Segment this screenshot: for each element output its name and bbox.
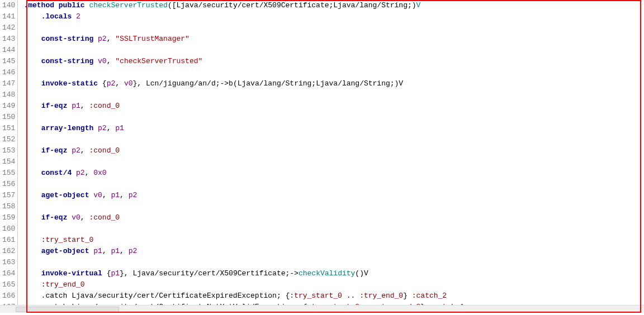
token [23, 35, 41, 43]
token: { [102, 269, 111, 278]
token [93, 57, 98, 65]
token: :cond_0 [89, 102, 120, 110]
line-number: 151 [2, 123, 17, 134]
code-line[interactable]: .method public checkServerTrusted([Ljava… [23, 0, 644, 11]
token: , [107, 35, 116, 43]
token: , [80, 213, 89, 222]
token: const-string [41, 35, 94, 43]
token: { [98, 79, 107, 88]
token: .locals [41, 12, 72, 21]
token: p1 [115, 124, 124, 132]
token: ()V [355, 269, 368, 278]
code-line[interactable]: array-length p2, p1 [23, 123, 644, 134]
token: p1 [93, 247, 102, 255]
token [23, 79, 41, 88]
line-number: 166 [2, 290, 17, 302]
code-line[interactable] [23, 112, 644, 123]
token: "checkServerTrusted" [115, 57, 202, 65]
code-line[interactable] [23, 22, 644, 34]
token: v0 [93, 191, 102, 199]
token: , [85, 169, 94, 177]
line-number: 150 [2, 112, 17, 123]
token: 0x0 [93, 169, 106, 177]
line-number: 143 [2, 34, 17, 45]
token [23, 247, 41, 255]
token: , [107, 57, 116, 65]
token: :try_end_0 [41, 280, 85, 289]
code-line[interactable] [23, 179, 644, 190]
token: } [403, 292, 412, 300]
code-editor[interactable]: 1401411421431441451461471481491501511521… [0, 0, 644, 313]
token [23, 269, 41, 278]
code-line[interactable]: invoke-virtual {p1}, Ljava/security/cert… [23, 268, 644, 279]
token: p1 [111, 269, 120, 278]
code-line[interactable]: invoke-static {p2, v0}, Lcn/jiguang/an/d… [23, 78, 644, 89]
code-line[interactable] [23, 201, 644, 212]
line-number: 160 [2, 223, 17, 235]
line-number: 164 [2, 268, 17, 279]
token: V [416, 1, 421, 9]
token: p1 [72, 102, 80, 110]
token: , [115, 79, 124, 88]
token: , [80, 146, 89, 155]
token: if-eqz [41, 213, 68, 222]
code-line[interactable] [23, 45, 644, 56]
token: p2 [98, 124, 107, 132]
line-number: 140 [2, 0, 17, 11]
line-number: 145 [2, 56, 17, 67]
line-number: 158 [2, 201, 17, 212]
token: invoke-virtual [41, 269, 102, 278]
code-line[interactable]: if-eqz p2, :cond_0 [23, 145, 644, 156]
code-line[interactable]: aget-object p1, p1, p2 [23, 246, 644, 257]
token: p2 [129, 191, 138, 199]
token: const/4 [41, 169, 72, 177]
code-line[interactable]: const/4 p2, 0x0 [23, 168, 644, 179]
code-line[interactable]: .catch Ljava/security/cert/CertificateEx… [23, 290, 644, 302]
token: p2 [72, 146, 80, 155]
token [72, 169, 76, 177]
line-number: 155 [2, 168, 17, 179]
line-number: 161 [2, 235, 17, 246]
code-line[interactable]: const-string p2, "SSLTrustManager" [23, 34, 644, 45]
code-line[interactable] [23, 89, 644, 101]
code-line[interactable]: if-eqz v0, :cond_0 [23, 212, 644, 223]
token: if-eqz [41, 146, 68, 155]
code-line[interactable] [23, 134, 644, 145]
token: , [120, 191, 129, 199]
token: p2 [129, 247, 138, 255]
line-number: 157 [2, 190, 17, 201]
code-line[interactable] [23, 223, 644, 235]
token: , [80, 102, 89, 110]
code-line[interactable] [23, 156, 644, 168]
token [93, 35, 98, 43]
code-line[interactable] [23, 67, 644, 78]
token: "SSLTrustManager" [115, 35, 190, 43]
token: v0 [72, 213, 80, 222]
token: p2 [76, 169, 85, 177]
line-number: 159 [2, 212, 17, 223]
line-number: 162 [2, 246, 17, 257]
token [23, 12, 41, 21]
horizontal-scrollbar[interactable] [0, 305, 644, 313]
token: array-length [41, 124, 94, 132]
line-number: 142 [2, 22, 17, 34]
code-line[interactable]: :try_end_0 [23, 279, 644, 290]
code-line[interactable] [23, 257, 644, 268]
code-line[interactable]: :try_start_0 [23, 235, 644, 246]
code-line[interactable]: const-string v0, "checkServerTrusted" [23, 56, 644, 67]
scrollbar-thumb[interactable] [16, 307, 119, 312]
line-number: 141 [2, 11, 17, 22]
line-number: 148 [2, 89, 17, 101]
token: .method public [23, 1, 84, 9]
token: p2 [107, 79, 116, 88]
token [23, 191, 41, 199]
code-line[interactable]: .locals 2 [23, 11, 644, 22]
token [23, 57, 41, 65]
code-line[interactable]: aget-object v0, p1, p2 [23, 190, 644, 201]
token: invoke-static [41, 79, 98, 88]
line-number: 152 [2, 134, 17, 145]
token [23, 102, 41, 110]
token: 2 [76, 12, 80, 21]
code-area[interactable]: .method public checkServerTrusted([Ljava… [18, 0, 644, 313]
code-line[interactable]: if-eqz p1, :cond_0 [23, 101, 644, 112]
